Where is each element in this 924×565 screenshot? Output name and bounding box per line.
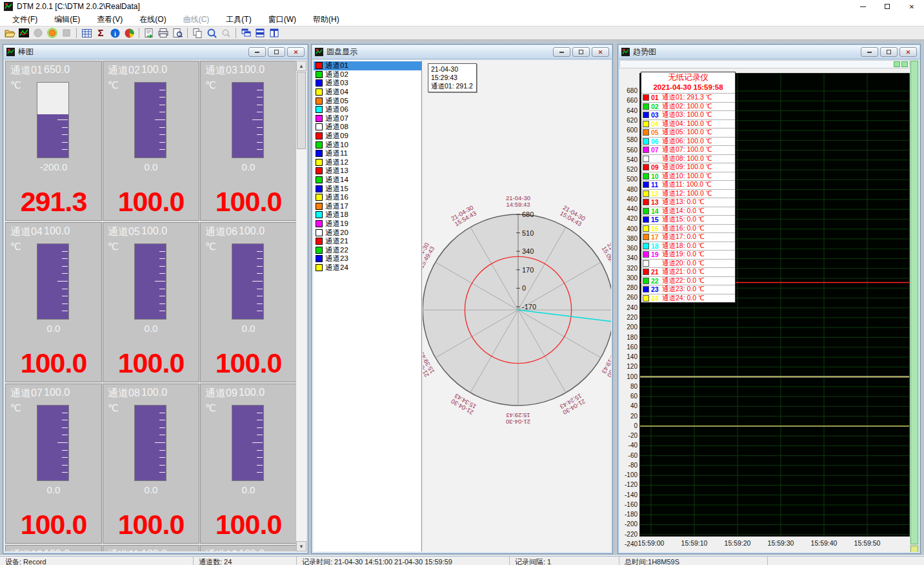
- channel-list-item[interactable]: 通道09: [314, 132, 421, 141]
- dial-body: 通道01通道02通道03通道04通道05通道06通道07通道08通道09通道10…: [313, 60, 611, 552]
- bar-scrollbar[interactable]: ▲ ▼: [296, 61, 306, 551]
- trend-close-button[interactable]: ✕: [899, 47, 917, 57]
- pie-chart-button[interactable]: [123, 27, 136, 39]
- record-active-button[interactable]: [46, 27, 59, 39]
- statistics-sigma-button[interactable]: Σ: [94, 27, 107, 39]
- menu-item-4[interactable]: 在线(O): [131, 13, 174, 26]
- bar-graph-title-bar[interactable]: 棒图 ✕: [4, 45, 307, 59]
- dial-minimize-button[interactable]: [553, 47, 570, 57]
- info-button[interactable]: i: [108, 27, 121, 39]
- channel-list-item[interactable]: 通道23: [314, 254, 421, 263]
- bar-close-button[interactable]: ✕: [287, 47, 305, 57]
- legend-color-swatch: [643, 269, 649, 275]
- channel-list-item[interactable]: 通道10: [314, 140, 421, 149]
- channel-list-item[interactable]: 通道07: [314, 114, 421, 123]
- close-icon: ✕: [294, 49, 299, 56]
- dial-title-bar[interactable]: 圆盘显示 ✕: [312, 45, 612, 59]
- channel-list-item[interactable]: 通道11: [314, 149, 421, 158]
- channel-value: 291.3: [6, 186, 101, 218]
- bar-tick: [257, 142, 263, 143]
- view-data-button[interactable]: [17, 27, 30, 39]
- channel-list-item[interactable]: 通道04: [314, 88, 421, 97]
- bar-graph-window-icon: [6, 48, 15, 56]
- tile-horizontal-button[interactable]: [254, 27, 266, 39]
- channel-list-item[interactable]: 通道01: [314, 61, 421, 70]
- bar-cell: 通道03100.0℃0.0100.0: [200, 61, 297, 221]
- channel-list-item[interactable]: 通道08: [314, 123, 421, 132]
- channel-list-item[interactable]: 通道17: [314, 202, 421, 211]
- print-button[interactable]: [157, 27, 170, 39]
- trend-graph-window: 趋势图 ✕ 6806606406206005805605405205004804…: [618, 44, 921, 554]
- legend-channel-number: 17: [651, 233, 662, 241]
- menu-item-6[interactable]: 工具(T): [217, 13, 259, 26]
- menu-item-3[interactable]: 查看(V): [88, 13, 131, 26]
- app-icon: [4, 2, 13, 11]
- channel-list-item[interactable]: 通道05: [314, 96, 421, 105]
- menu-item-8[interactable]: 帮助(H): [305, 13, 348, 26]
- scrollbar-block[interactable]: [894, 61, 900, 67]
- legend-color-swatch: [643, 164, 649, 170]
- bar-graph-window-title: 棒图: [18, 46, 246, 57]
- table-view-button[interactable]: [80, 27, 93, 39]
- print-preview-button[interactable]: [171, 27, 184, 39]
- channel-list-item[interactable]: 通道16: [314, 193, 421, 202]
- trend-horizontal-scrollbar[interactable]: [619, 60, 910, 68]
- menu-item-2[interactable]: 编辑(E): [46, 13, 88, 26]
- export-data-button[interactable]: [143, 27, 156, 39]
- zoom-button[interactable]: [205, 27, 218, 39]
- channel-list-item[interactable]: 通道21: [314, 237, 421, 246]
- legend-channel-number: 07: [651, 146, 662, 154]
- legend-channel-number: 03: [651, 111, 662, 119]
- channel-list-item[interactable]: 通道02: [314, 70, 421, 79]
- legend-channel-text: 通道10: 100.0 ℃: [662, 172, 712, 181]
- x-axis-label: 15:59:20: [718, 539, 757, 547]
- scrollbar-thumb[interactable]: [297, 72, 306, 149]
- menu-item-7[interactable]: 窗口(W): [260, 13, 305, 26]
- bar-tick: [62, 134, 68, 135]
- trend-minimize-button[interactable]: [861, 47, 878, 57]
- legend-channel-text: 通道04: 100.0 ℃: [662, 119, 712, 128]
- legend-row: 10通道10: 100.0 ℃: [641, 172, 735, 181]
- scrollbar-button[interactable]: [910, 546, 918, 552]
- close-button[interactable]: ✕: [899, 0, 924, 13]
- channel-list-item[interactable]: 通道18: [314, 211, 421, 220]
- channel-list-item[interactable]: 通道24: [314, 263, 421, 272]
- bar-tick: [159, 127, 165, 128]
- channel-list-item[interactable]: 通道19: [314, 220, 421, 229]
- channel-list-item[interactable]: 通道06: [314, 105, 421, 114]
- scroll-down-icon[interactable]: ▼: [296, 541, 306, 551]
- bar-minimize-button[interactable]: [248, 47, 266, 57]
- legend-color-swatch: [643, 190, 649, 197]
- main-title-bar[interactable]: DTM 2.0.1 [C:\DTM 2.0.2\RealData] ✕: [0, 0, 924, 13]
- trend-maximize-button[interactable]: [880, 47, 898, 57]
- bar-maximize-button[interactable]: [268, 47, 285, 57]
- scrollbar-thumb[interactable]: [910, 61, 918, 544]
- channel-color-swatch: [316, 123, 323, 130]
- trend-vertical-scrollbar[interactable]: [910, 60, 919, 552]
- channel-list-item[interactable]: 通道12: [314, 158, 421, 167]
- maximize-button[interactable]: [875, 0, 899, 13]
- open-file-button[interactable]: [3, 27, 16, 39]
- trend-title-bar[interactable]: 趋势图 ✕: [619, 45, 919, 59]
- legend-color-swatch: [643, 181, 649, 188]
- legend-color-swatch: [643, 199, 649, 205]
- channel-value: 100.0: [6, 509, 101, 540]
- dial-radial-label: 680: [522, 211, 534, 218]
- channel-list-item[interactable]: 通道15: [314, 184, 421, 193]
- dial-close-button[interactable]: ✕: [592, 47, 609, 57]
- minimize-button[interactable]: [850, 0, 875, 13]
- channel-list-item[interactable]: 通道20: [314, 228, 421, 237]
- dial-maximize-button[interactable]: [572, 47, 590, 57]
- copy-button[interactable]: [191, 27, 204, 39]
- channel-list-item[interactable]: 通道22: [314, 245, 421, 254]
- channel-list-item[interactable]: 通道13: [314, 167, 421, 176]
- dial-radial-label: 170: [522, 266, 534, 274]
- channel-color-swatch: [316, 238, 323, 245]
- channel-list-item[interactable]: 通道14: [314, 176, 421, 185]
- scroll-up-icon[interactable]: ▲: [296, 61, 306, 71]
- menu-item-1[interactable]: 文件(F): [4, 13, 46, 26]
- cascade-windows-button[interactable]: [239, 27, 252, 39]
- channel-list-item[interactable]: 通道03: [314, 79, 421, 88]
- scrollbar-block[interactable]: [901, 61, 908, 67]
- tile-vertical-button[interactable]: [268, 27, 281, 39]
